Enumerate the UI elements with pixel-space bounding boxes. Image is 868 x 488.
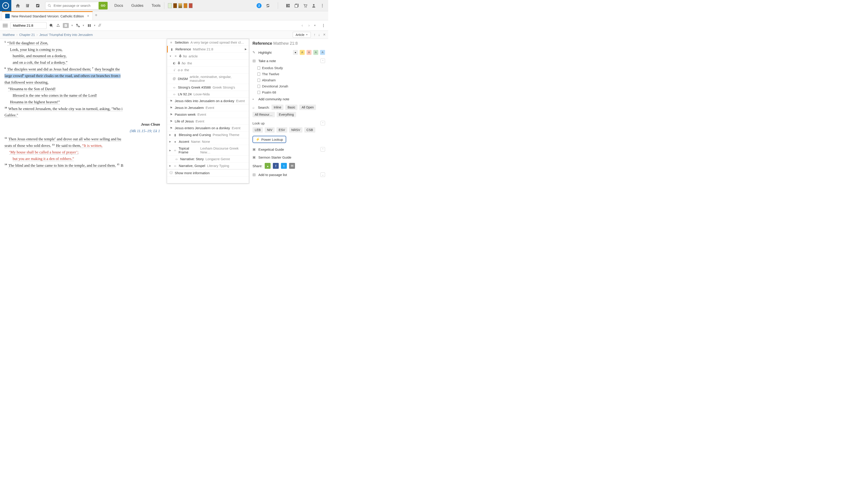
chevron-up-icon[interactable]: ⌃ [320,147,325,152]
words-of-christ[interactable]: “It is written, [82,143,102,148]
search-option[interactable]: Basic [285,105,298,110]
words-of-christ[interactable]: but you are making it a den of robbers.” [13,157,74,161]
version-chip[interactable]: LEB [252,127,263,133]
search-icon[interactable] [49,24,53,28]
menu-lemma[interactable]: ▼ ≡ ὁ ho article [167,53,249,60]
link-icon[interactable] [76,24,80,28]
arrow-up-icon[interactable]: ↑ [313,33,315,37]
expand-icon[interactable]: ▶ [169,164,171,167]
chevron-up-icon[interactable]: ⌃ [320,59,325,63]
verse-text[interactable]: Blessed is the one who comes in the name… [13,93,97,98]
cart-icon[interactable] [303,3,307,8]
power-lookup-button[interactable]: ⚡ Power Lookup [252,136,286,143]
menu-sense[interactable]: √ o o the [167,67,249,73]
highlight-swatch[interactable]: A [320,50,325,55]
kebab-icon[interactable] [320,3,324,8]
cross-reference[interactable]: (Mk 11.15–19; Lk 1 [130,129,160,133]
verse-text[interactable]: The blind and the lame came to him in th… [8,163,116,168]
menu-event[interactable]: ⚑Jesus in JerusalemEvent [167,104,249,111]
sync-icon[interactable] [266,3,270,8]
close-icon[interactable]: × [87,14,89,18]
verse-text[interactable]: Hosanna in the highest heaven!” [10,100,60,104]
dots-icon[interactable] [56,24,60,28]
version-chip[interactable]: NIV [265,127,274,133]
verse-text[interactable]: Look, your king is coming to you, [10,47,62,52]
share-email-icon[interactable]: ✉ [289,163,295,169]
verse-text[interactable]: The disciples went and did as Jesus had … [7,67,91,72]
app-logo[interactable] [0,0,11,11]
breadcrumb[interactable]: Matthew [3,33,15,37]
nav-forward-icon[interactable]: › [307,23,311,28]
take-note-row[interactable]: ▤ Take a note ⌃ [249,57,328,65]
menu-louw-nida[interactable]: ‹› LN 92.24 Louw-Nida [167,91,249,98]
notification-badge[interactable]: 2 [256,3,261,8]
version-chip[interactable]: CSB [304,127,315,133]
checkbox-icon[interactable] [35,3,40,8]
verse-text[interactable]: and on a colt, the foal of a donkey.” [13,60,67,65]
go-button[interactable]: GO [98,2,107,9]
arrow-down-icon[interactable]: ↓ [318,33,320,37]
shortcut-icon[interactable] [168,3,172,8]
breadcrumb[interactable]: Jesus' Triumphal Entry into Jerusalem [39,33,93,37]
note-item[interactable]: Psalm 68 [257,89,328,95]
share-facebook-icon[interactable]: f [273,163,279,169]
caret-icon[interactable]: ▼ [71,24,73,27]
columns-icon[interactable] [87,24,91,28]
article-dropdown[interactable]: Article▼ [293,32,311,38]
menu-event[interactable]: ⚑Passion weekEvent [167,111,249,118]
verse-text[interactable]: “Tell the daughter of Zion, [7,41,49,45]
note-item[interactable]: The Twelve [257,71,328,77]
sermon-guide-row[interactable]: ▣ Sermon Starter Guide [249,153,328,161]
share-faithlife-icon[interactable]: ⬥ [265,163,271,169]
caret-icon[interactable]: ▼ [94,24,96,27]
tab-active[interactable]: New Revised Standard Version: Catholic E… [2,11,93,20]
words-of-christ[interactable]: ‘My house shall be called a house of pra… [9,150,79,155]
menu-literary[interactable]: ▶‹›Narrative, GospelLiterary Typing [167,162,249,169]
menu-strongs[interactable]: ‹› Strong's Greek #3588 Greek Strong's [167,84,249,91]
breadcrumb[interactable]: Chapter 21 [19,33,35,37]
filter-button[interactable] [63,23,69,28]
add-tab-button[interactable]: + [93,10,100,20]
search-option[interactable]: All Open [299,105,316,110]
caret-icon[interactable]: ▼ [82,24,85,27]
shortcut-icon[interactable] [189,3,193,8]
menu-show-more[interactable]: ⓘShow more information [167,169,249,176]
kebab-icon[interactable] [321,24,326,28]
shortcut-icon[interactable] [173,3,177,8]
version-chip[interactable]: ESV [276,127,287,133]
highlight-swatch[interactable]: A [307,50,311,55]
chevron-up-icon[interactable]: ⌃ [320,121,325,125]
menu-selection[interactable]: ≡ Selection A very large crowd spread th… [167,39,249,46]
menu-event[interactable]: ⚑Life of JesusEvent [167,118,249,125]
menu-event[interactable]: ⚑Jesus enters Jerusalem on a donkeyEvent [167,125,249,131]
nav-docs[interactable]: Docs [114,3,123,8]
note-item[interactable]: Exodus Study [257,65,328,71]
community-note-row[interactable]: ▪ Add community note [249,95,328,103]
search-option[interactable]: Everything [277,112,296,117]
caret-icon[interactable]: ▼ [314,24,316,27]
highlight-swatch[interactable]: A [300,50,305,55]
menu-root[interactable]: ◐ ὁ ho the [167,60,249,67]
menu-event[interactable]: ⚑Jesus rides into Jerusalem on a donkeyE… [167,98,249,104]
menu-topical-frame[interactable]: ▶‹›Topical FrameLexham Discourse Greek N… [167,145,249,156]
home-icon[interactable] [16,3,20,8]
hamburger-icon[interactable] [3,23,8,28]
chevron-down-icon[interactable]: ⌄ [320,172,325,177]
reference-input[interactable] [10,22,46,29]
search-option[interactable]: All Resour… [252,112,275,117]
share-twitter-icon[interactable]: t [281,163,287,169]
menu-theme[interactable]: ▶▮Blessing and CursingPreaching Theme [167,131,249,138]
layout-icon[interactable] [286,3,290,8]
nav-back-icon[interactable]: ‹ [300,23,304,28]
expand-icon[interactable]: ▶ [169,133,171,136]
verse-text[interactable]: “Hosanna to the Son of David! [8,87,56,91]
note-item[interactable]: Devotional Jonah [257,83,328,89]
shortcut-icon[interactable] [184,3,187,8]
highlight-swatch[interactable]: A [313,50,318,55]
library-icon[interactable] [25,3,30,8]
nav-tools[interactable]: Tools [152,3,161,8]
highlight-swatch[interactable]: ● [293,50,298,55]
search-input[interactable] [54,4,99,7]
search-option[interactable]: Inline [272,105,283,110]
add-passage-list-row[interactable]: ▤ Add to passage list ⌄ [249,170,328,179]
